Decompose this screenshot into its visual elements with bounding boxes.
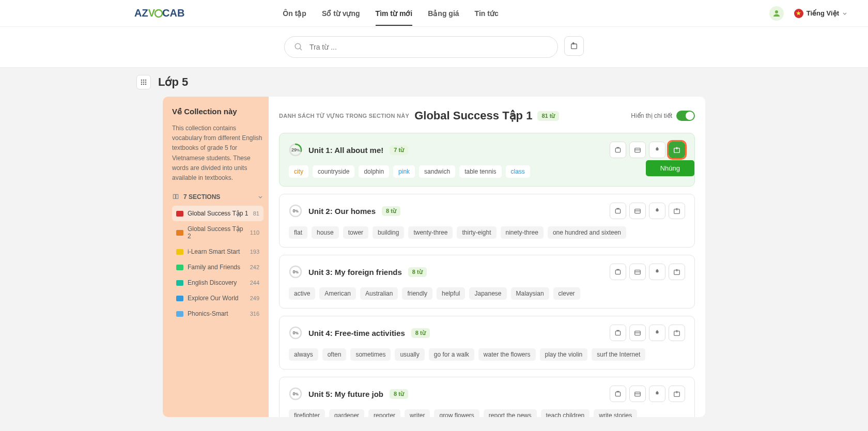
archive-button[interactable] (610, 325, 626, 341)
word-tag[interactable]: city (289, 165, 308, 178)
word-tag[interactable]: American (319, 287, 356, 300)
word-tag[interactable]: friendly (402, 287, 432, 300)
fire-button[interactable] (649, 203, 665, 219)
sidebar-item[interactable]: Global Success Tập 2110 (172, 221, 264, 244)
word-tag[interactable]: sandwich (419, 165, 455, 178)
unit-title[interactable]: Unit 5: My future job (308, 390, 383, 398)
word-tag[interactable]: always (289, 348, 318, 361)
word-tag[interactable]: dolphin (359, 165, 389, 178)
unit-title[interactable]: Unit 1: All about me! (308, 146, 383, 155)
language-selector[interactable]: ★ Tiếng Việt (794, 9, 847, 18)
archive-button[interactable] (610, 386, 626, 402)
nav-item[interactable]: Sổ từ vựng (322, 1, 360, 26)
word-tag[interactable]: Malaysian (511, 287, 549, 300)
sidebar-item[interactable]: Family and Friends242 (172, 259, 264, 275)
cards-button[interactable] (629, 264, 646, 280)
word-tag[interactable]: Japanese (469, 287, 506, 300)
word-tag[interactable]: pink (393, 165, 415, 178)
archive-button[interactable] (610, 203, 626, 219)
nav-item[interactable]: Bảng giá (428, 1, 459, 26)
unit-count-badge: 8 từ (390, 389, 408, 399)
fire-button[interactable] (649, 325, 665, 341)
svg-rect-32 (635, 270, 641, 274)
word-tag[interactable]: often (322, 348, 347, 361)
sidebar-item[interactable]: i-Learn Smart Start193 (172, 244, 264, 259)
word-tag[interactable]: water the flowers (478, 348, 536, 361)
nav-item[interactable]: Tìm từ mới (376, 1, 413, 26)
svg-point-9 (143, 82, 145, 83)
word-tag[interactable]: grow flowers (434, 409, 479, 417)
svg-point-13 (145, 84, 147, 85)
word-tag[interactable]: usually (395, 348, 424, 361)
word-tag[interactable]: report the news (484, 409, 537, 417)
main-container: Về Collection này This collection contai… (163, 97, 705, 417)
cards-button[interactable] (629, 386, 646, 402)
word-tag[interactable]: tower (343, 226, 368, 239)
sidebar-item[interactable]: Phonics-Smart316 (172, 306, 264, 321)
svg-point-12 (143, 84, 145, 85)
detail-toggle[interactable] (676, 111, 695, 121)
logo[interactable]: AZVCAB (134, 7, 184, 19)
word-tag[interactable]: firefighter (289, 409, 325, 417)
word-tag[interactable]: surf the Internet (592, 348, 645, 361)
word-tag[interactable]: thirty-eight (457, 226, 496, 239)
word-tag[interactable]: writer (405, 409, 430, 417)
word-tag[interactable]: play the violin (540, 348, 588, 361)
nav-item[interactable]: Ôn tập (283, 1, 306, 26)
word-tag[interactable]: flat (289, 226, 307, 239)
word-tag[interactable]: twenty-three (408, 226, 453, 239)
word-tag[interactable]: one hundred and sixteen (548, 226, 626, 239)
embed-button[interactable] (669, 142, 685, 158)
embed-button[interactable] (669, 386, 685, 402)
grid-button[interactable] (136, 75, 151, 89)
unit-title[interactable]: Unit 2: Our homes (308, 207, 376, 216)
word-tag[interactable]: ninety-three (501, 226, 544, 239)
word-tag[interactable]: reporter (368, 409, 400, 417)
sections-list: Global Success Tập 181Global Success Tập… (172, 206, 264, 321)
word-tag[interactable]: go for a walk (429, 348, 474, 361)
embed-button[interactable] (669, 325, 685, 341)
search-input[interactable] (309, 43, 548, 51)
word-tag[interactable]: house (312, 226, 339, 239)
search-box[interactable] (284, 36, 558, 58)
search-row (0, 27, 868, 68)
word-tag[interactable]: teach children (541, 409, 590, 417)
sidebar-item[interactable]: Global Success Tập 181 (172, 206, 264, 221)
word-tag[interactable]: clever (553, 287, 580, 300)
cards-button[interactable] (629, 203, 646, 219)
fire-button[interactable] (649, 142, 665, 158)
archive-button[interactable] (610, 264, 626, 280)
sidebar-item[interactable]: Explore Our World249 (172, 290, 264, 306)
word-tag[interactable]: write stories (594, 409, 637, 417)
fire-icon (653, 390, 661, 398)
cards-button[interactable] (629, 142, 646, 158)
embed-button[interactable] (669, 203, 685, 219)
sidebar-item[interactable]: English Discovery244 (172, 275, 264, 290)
sections-toggle[interactable]: 7 SECTIONS (172, 193, 264, 201)
word-tag[interactable]: Australian (360, 287, 398, 300)
svg-point-0 (155, 10, 162, 17)
word-tag[interactable]: countryside (313, 165, 354, 178)
word-tag[interactable]: sometimes (350, 348, 391, 361)
word-tag[interactable]: table tennis (459, 165, 501, 178)
word-tag[interactable]: gardener (329, 409, 364, 417)
word-tag[interactable]: building (373, 226, 404, 239)
cards-button[interactable] (629, 325, 646, 341)
fire-button[interactable] (649, 386, 665, 402)
word-tag[interactable]: helpful (437, 287, 465, 300)
svg-rect-44 (615, 392, 620, 396)
logo-ocab: CAB (162, 7, 184, 19)
unit-card: 0% Unit 2: Our homes 8 từ flathousetower… (279, 194, 695, 248)
word-tag[interactable]: active (289, 287, 315, 300)
folder-icon (176, 211, 183, 217)
embed-button[interactable] (669, 264, 685, 280)
archive-button[interactable] (610, 142, 626, 158)
fire-button[interactable] (649, 264, 665, 280)
nav-item[interactable]: Tin tức (475, 1, 499, 26)
expand-button[interactable] (564, 36, 584, 56)
unit-title[interactable]: Unit 3: My foreign friends (308, 268, 402, 276)
avatar[interactable] (769, 6, 784, 21)
word-tag[interactable]: class (506, 165, 530, 178)
unit-title[interactable]: Unit 4: Free-time activities (308, 329, 405, 337)
embed-icon (673, 329, 681, 337)
